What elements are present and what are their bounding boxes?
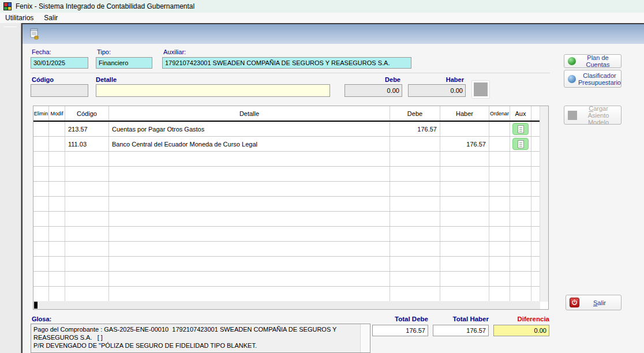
dock-grip-handle[interactable] — [4, 27, 17, 27]
cargar-asiento-modelo-button[interactable]: Cargar Asiento Modelo — [564, 106, 621, 125]
document-icon — [518, 140, 524, 148]
add-entry-button[interactable] — [471, 80, 490, 99]
haber-input[interactable]: 0.00 — [408, 84, 466, 97]
debe-input[interactable]: 0.00 — [345, 84, 402, 97]
cell-Debe — [390, 167, 440, 181]
cell-Modif — [49, 197, 65, 211]
cell-Modif — [49, 272, 65, 286]
menu-salir[interactable]: Salir — [39, 13, 63, 23]
cell-filler[interactable] — [531, 122, 540, 136]
cell-Aux — [510, 257, 531, 271]
grid-header-Detalle: Detalle — [109, 106, 390, 121]
tipo-field[interactable]: Financiero — [96, 57, 152, 69]
cell-Código — [65, 182, 109, 196]
glosa-scrollbar[interactable] — [360, 324, 370, 352]
salir-button[interactable]: Salir — [566, 295, 621, 310]
cell-Elimin[interactable] — [33, 122, 49, 136]
cell-Aux — [510, 287, 531, 301]
cell-Aux — [510, 182, 531, 196]
cell-filler — [531, 152, 540, 166]
cell-Debe[interactable]: 176.57 — [390, 122, 440, 136]
toolbar — [23, 24, 644, 44]
haber-label: Haber — [408, 76, 464, 83]
grid-row[interactable] — [33, 242, 540, 257]
cell-Haber[interactable]: 176.57 — [440, 137, 489, 151]
titlebar: Fenix - Sistema Integrado de Contabilida… — [0, 0, 644, 13]
cell-Ordenar — [489, 182, 510, 196]
cell-Modif[interactable] — [49, 122, 65, 136]
cell-Haber — [440, 152, 489, 166]
cell-Debe[interactable] — [390, 137, 440, 151]
grid-header-Haber: Haber — [440, 106, 489, 121]
aux-button[interactable] — [512, 138, 529, 150]
grid-row[interactable] — [33, 182, 540, 197]
cell-Ordenar[interactable] — [489, 122, 510, 136]
cell-Elimin[interactable] — [33, 137, 49, 151]
separator-line — [31, 73, 550, 73]
cell-Haber — [440, 197, 489, 211]
cell-Detalle — [109, 182, 390, 196]
cell-Modif[interactable] — [49, 137, 65, 151]
cell-Código[interactable]: 111.03 — [65, 137, 109, 151]
document-icon — [518, 125, 524, 133]
cell-Detalle — [109, 287, 390, 301]
cell-Debe — [390, 287, 440, 301]
cell-Aux — [510, 167, 531, 181]
cell-Haber[interactable] — [440, 122, 489, 136]
grid-row[interactable]: 213.57Cuentas por Pagar Otros Gastos176.… — [33, 122, 540, 137]
fecha-field[interactable]: 30/01/2025 — [31, 57, 88, 69]
power-icon — [570, 298, 579, 307]
gray-square-icon — [474, 82, 488, 96]
cell-Código — [65, 242, 109, 256]
codigo-input[interactable] — [31, 84, 88, 97]
cell-Modif — [49, 167, 65, 181]
cell-Aux[interactable] — [510, 122, 531, 136]
cell-Debe — [390, 212, 440, 226]
tipo-label: Tipo: — [97, 48, 111, 55]
cell-Haber — [440, 182, 489, 196]
auxiliar-field[interactable]: 1792107423001 SWEADEN COMPAÑIA DE SEGURO… — [162, 57, 411, 69]
grid-row[interactable]: 111.03Banco Central del Ecuador Moneda d… — [33, 137, 540, 152]
grid-vertical-scrollbar[interactable] — [540, 106, 548, 302]
cell-filler — [531, 212, 540, 226]
grid-row[interactable] — [33, 152, 540, 167]
detalle-input[interactable] — [96, 84, 330, 97]
cell-Detalle[interactable]: Cuentas por Pagar Otros Gastos — [109, 122, 390, 136]
menu-utilitarios[interactable]: Utilitarios — [0, 13, 39, 23]
plan-de-cuentas-button[interactable]: Plan de Cuentas — [564, 54, 621, 68]
cell-Detalle — [109, 197, 390, 211]
cell-Código — [65, 197, 109, 211]
cell-Detalle[interactable]: Banco Central del Ecuador Moneda de Curs… — [109, 137, 390, 151]
grid-row[interactable] — [33, 257, 540, 272]
grid-row[interactable] — [33, 197, 540, 212]
total-haber-label: Total Haber — [433, 316, 489, 322]
cell-filler[interactable] — [531, 137, 540, 151]
grid-row[interactable] — [33, 227, 540, 242]
cell-Debe — [390, 257, 440, 271]
green-sphere-icon — [568, 57, 576, 65]
aux-button[interactable] — [512, 123, 529, 135]
grid-horizontal-scrollbar[interactable] — [33, 301, 540, 309]
cell-Elimin — [33, 197, 49, 211]
grid-row[interactable] — [33, 272, 540, 287]
save-voucher-button[interactable] — [27, 27, 42, 42]
cell-Ordenar[interactable] — [489, 137, 510, 151]
cell-Elimin — [33, 152, 49, 166]
grid-row[interactable] — [33, 287, 540, 302]
cell-filler — [531, 197, 540, 211]
grid-hscroll-thumb[interactable] — [34, 302, 38, 309]
cell-Modif — [49, 212, 65, 226]
clasificador-presupuestario-button[interactable]: Clasificador Presupuestario — [564, 70, 621, 88]
cell-Ordenar — [489, 227, 510, 241]
cell-filler — [531, 272, 540, 286]
cell-Aux — [510, 227, 531, 241]
cell-Código[interactable]: 213.57 — [65, 122, 109, 136]
glosa-textarea[interactable]: Pago del Comprobante : GAS-2025-ENE-0001… — [31, 324, 370, 353]
cell-Detalle — [109, 227, 390, 241]
cell-Elimin — [33, 167, 49, 181]
cell-filler — [531, 287, 540, 301]
grid-row[interactable] — [33, 212, 540, 227]
grid-row[interactable] — [33, 167, 540, 182]
grid-header-Código: Código — [65, 106, 109, 121]
cell-Aux[interactable] — [510, 137, 531, 151]
